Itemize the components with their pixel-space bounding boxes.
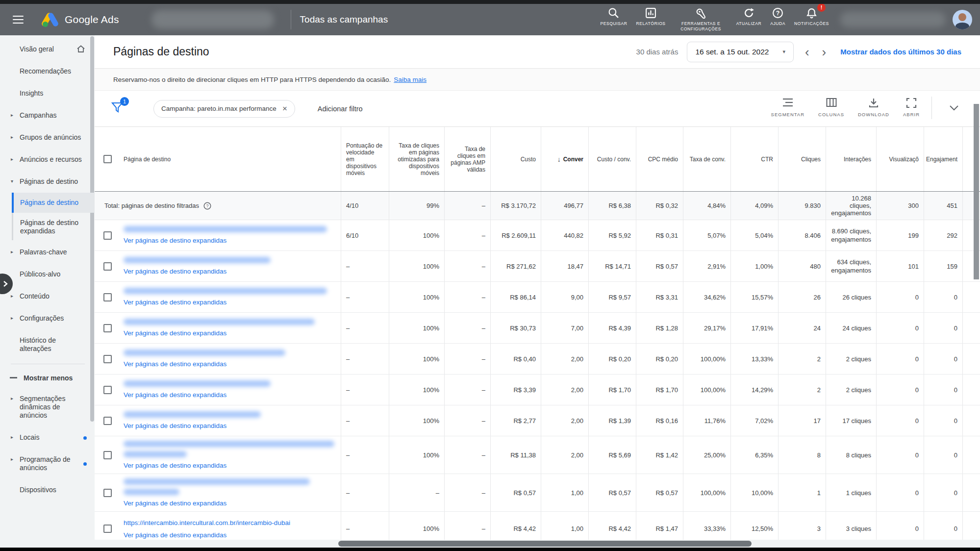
add-filter-button[interactable]: Adicionar filtro <box>318 105 363 113</box>
sidebar-item-grupos-de-an-ncios[interactable]: ▸Grupos de anúncios <box>0 126 95 149</box>
column-header-engajament[interactable]: Engajament <box>924 127 962 191</box>
landing-page-url-redacted[interactable] <box>124 288 327 294</box>
total-cell-value: 451 <box>947 202 957 209</box>
row-checkbox[interactable] <box>103 355 112 363</box>
table-cell: 11,76% <box>683 405 730 436</box>
menu-icon[interactable] <box>13 13 24 26</box>
landing-page-url-redacted[interactable] <box>124 478 310 485</box>
row-checkbox[interactable] <box>103 324 112 332</box>
google-ads-logo-icon[interactable] <box>41 12 59 27</box>
row-checkbox[interactable] <box>103 489 112 497</box>
landing-page-url-redacted[interactable] <box>124 226 327 232</box>
expand-landing-pages-link[interactable]: Ver páginas de destino expandidas <box>124 298 327 306</box>
sidebar-item-configura-es[interactable]: ▸Configurações <box>0 307 95 329</box>
expand-landing-pages-link[interactable]: Ver páginas de destino expandidas <box>124 461 334 470</box>
notifications-action[interactable]: NOTIFICAÇÕES! <box>790 6 833 27</box>
sidebar-item-hist-rico-de-altera-es[interactable]: Histórico de alterações <box>0 329 95 360</box>
column-header-custo-conv-[interactable]: Custo / conv. <box>588 127 636 191</box>
expand-landing-pages-link[interactable]: Ver páginas de destino expandidas <box>124 267 271 276</box>
select-all-checkbox[interactable] <box>103 155 112 163</box>
reports-action[interactable]: RELATÓRIOS <box>631 6 670 27</box>
sidebar-item-conte-do[interactable]: ▸Conteúdo <box>0 285 95 307</box>
column-header-cpc-m-dio[interactable]: CPC médio <box>636 127 683 191</box>
sidebar-item-palavras-chave[interactable]: ▸Palavras-chave <box>0 241 95 263</box>
colunas-button[interactable]: COLUNAS <box>811 96 851 119</box>
filter-chip-campaign[interactable]: Campanha: pareto.in.max performance × <box>153 100 295 118</box>
table-cell: 24 <box>778 313 826 343</box>
sidebar-item-insights[interactable]: Insights <box>0 82 95 104</box>
sidebar-item-p-ginas-de-destino[interactable]: ▾Páginas de destino <box>0 171 95 193</box>
close-icon[interactable]: × <box>282 104 287 113</box>
column-header-taxa-de-cliques-em-p-ginas-amp[interactable]: Taxa de cliques em páginas AMP válidas <box>444 127 490 191</box>
cell-value: R$ 1,47 <box>655 525 678 533</box>
help-icon[interactable]: ? <box>203 202 211 210</box>
column-header-conver[interactable]: ↓Conver <box>541 127 588 191</box>
date-next-button[interactable]: › <box>816 46 833 58</box>
expand-landing-pages-link[interactable]: Ver páginas de destino expandidas <box>124 531 290 539</box>
row-checkbox[interactable] <box>103 386 112 394</box>
sidebar-item-p-blicos-alvo[interactable]: Públicos-alvo <box>0 263 95 285</box>
sidebar-subitem-p-ginas-de-destino[interactable]: Páginas de destino <box>12 193 95 213</box>
expand-landing-pages-link[interactable]: Ver páginas de destino expandidas <box>124 329 315 337</box>
sidebar-item-an-ncios-e-recursos[interactable]: ▸Anúncios e recursos <box>0 149 95 171</box>
landing-page-cell: Ver páginas de destino expandidas <box>124 350 285 368</box>
row-checkbox[interactable] <box>103 231 112 240</box>
show-last-30-days-link[interactable]: Mostrar dados dos últimos 30 dias <box>840 48 961 56</box>
filter-funnel-icon[interactable]: 1 <box>111 101 123 116</box>
sidebar-item-segmenta-es-din-micas-de-an-ncios[interactable]: ▸Segmentações dinâmicas de anúncios <box>0 388 95 426</box>
landing-page-url[interactable]: https://intercambio.intercultural.com.br… <box>124 519 290 527</box>
column-header-taxa-de-cliques-em-p-ginas-oti[interactable]: Taxa de cliques em páginas otimizadas pa… <box>389 127 444 191</box>
date-prev-button[interactable]: ‹ <box>799 46 816 58</box>
column-header-taxa-de-conv-[interactable]: Taxa de conv. <box>683 127 730 191</box>
expand-landing-pages-link[interactable]: Ver páginas de destino expandidas <box>124 422 261 430</box>
column-header-intera-es[interactable]: Interações <box>826 127 876 191</box>
sidebar-item-dispositivos[interactable]: Dispositivos <box>0 479 95 501</box>
learn-more-link[interactable]: Saiba mais <box>394 76 427 83</box>
column-header-pontua-o-de-velocidade-em-disp[interactable]: Pontuação de velocidade em dispositivos … <box>341 127 389 191</box>
expand-landing-pages-link[interactable]: Ver páginas de destino expandidas <box>124 499 310 507</box>
refresh-action[interactable]: ATUALIZAR <box>732 6 766 27</box>
landing-page-url-redacted[interactable] <box>124 319 315 325</box>
row-checkbox[interactable] <box>103 262 112 271</box>
sidebar-subitem-p-ginas-de-destino-expandidas[interactable]: Páginas de destino expandidas <box>12 213 95 241</box>
landing-page-url-redacted[interactable] <box>124 350 285 356</box>
column-header-cliques[interactable]: Cliques <box>778 127 826 191</box>
row-checkbox[interactable] <box>103 417 112 425</box>
row-checkbox[interactable] <box>103 293 112 301</box>
tools-action[interactable]: FERRAMENTAS E CONFIGURAÇÕES <box>670 6 732 33</box>
search-action[interactable]: PESQUISAR <box>596 6 631 27</box>
column-header-custo[interactable]: Custo <box>490 127 541 191</box>
row-checkbox[interactable] <box>103 525 112 533</box>
table-cell: Ver páginas de destino expandidas <box>95 405 341 436</box>
sidebar-item-show-less[interactable]: Mostrar menos <box>0 368 95 388</box>
expand-landing-pages-link[interactable]: Ver páginas de destino expandidas <box>124 236 327 245</box>
expand-landing-pages-link[interactable]: Ver páginas de destino expandidas <box>124 360 285 368</box>
header-page-column[interactable]: Página de destino <box>95 127 341 191</box>
landing-page-url-redacted[interactable] <box>124 257 271 263</box>
panel-chevron-down-icon[interactable] <box>949 104 959 113</box>
landing-page-url-redacted[interactable] <box>124 411 261 418</box>
row-checkbox[interactable] <box>103 451 112 459</box>
landing-page-url-redacted[interactable] <box>124 451 187 457</box>
sidebar-item-vis-o-geral[interactable]: Visão geral <box>0 38 95 60</box>
landing-page-url-redacted[interactable] <box>124 489 179 495</box>
landing-page-url-redacted[interactable] <box>124 380 271 387</box>
table-cell: R$ 1,42 <box>636 436 683 474</box>
landing-page-url-redacted[interactable] <box>124 441 334 447</box>
sidebar-item-campanhas[interactable]: ▸Campanhas <box>0 104 95 126</box>
segmentar-button[interactable]: SEGMENTAR <box>764 96 811 119</box>
sidebar-item-locais[interactable]: ▸Locais <box>0 426 95 449</box>
sidebar-item-programa-o-de-an-ncios[interactable]: ▸Programação de anúncios <box>0 449 95 479</box>
vertical-scrollbar-thumb[interactable] <box>974 104 979 279</box>
column-header-ctr[interactable]: CTR <box>730 127 778 191</box>
date-range-picker[interactable]: 16 set. a 15 out. 2022 ▾ <box>687 42 793 62</box>
column-header-visualiza-[interactable]: Visualizaçõ <box>876 127 924 191</box>
sidebar-item-recomenda-es[interactable]: Recomendações <box>0 60 95 82</box>
table-cell: 5,04% <box>730 220 778 250</box>
expand-landing-pages-link[interactable]: Ver páginas de destino expandidas <box>124 391 271 399</box>
help-action[interactable]: ?AJUDA <box>766 6 790 27</box>
horizontal-scrollbar-thumb[interactable] <box>338 541 752 547</box>
avatar[interactable] <box>953 10 972 29</box>
abrir-button[interactable]: ABRIR <box>896 96 927 119</box>
download-button[interactable]: DOWNLOAD <box>851 96 896 119</box>
